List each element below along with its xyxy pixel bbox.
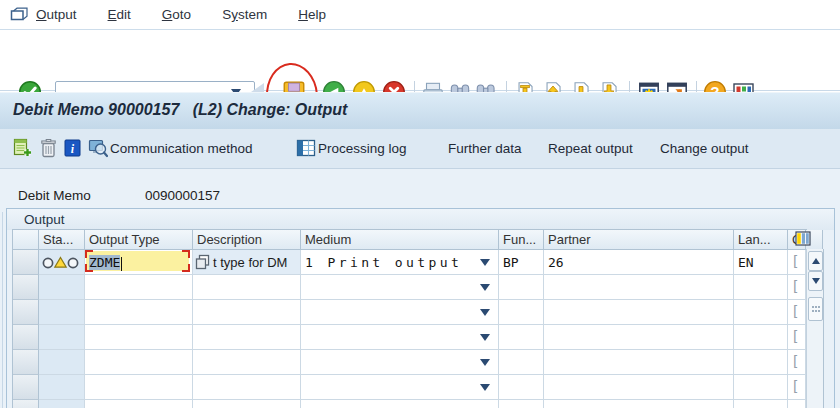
partner-cell[interactable] xyxy=(544,325,734,350)
menu-item-output[interactable]: Output xyxy=(36,7,77,22)
repeat-output-button[interactable]: Repeat output xyxy=(548,129,633,168)
medium-cell[interactable] xyxy=(301,325,499,350)
language-cell[interactable] xyxy=(734,375,788,400)
partner-cell[interactable] xyxy=(544,300,734,325)
row-selector[interactable] xyxy=(13,300,39,325)
scrollbar-thumb[interactable] xyxy=(808,297,823,321)
communication-method-button[interactable]: Communication method xyxy=(110,129,253,168)
status-cell xyxy=(39,375,85,400)
delete-line-icon[interactable] xyxy=(40,138,57,158)
language-cell[interactable] xyxy=(734,275,788,300)
partner-cell[interactable]: 26 xyxy=(544,250,734,275)
description-cell: t type for DM xyxy=(193,250,301,275)
column-header-output-type[interactable]: Output Type xyxy=(85,230,193,250)
output-type-cell[interactable] xyxy=(85,325,193,350)
clipped-cell xyxy=(788,325,806,350)
medium-cell[interactable] xyxy=(301,400,499,408)
language-cell[interactable] xyxy=(734,400,788,408)
clipped-cell xyxy=(788,350,806,375)
column-header-selector[interactable] xyxy=(13,230,39,250)
output-type-cell[interactable] xyxy=(85,375,193,400)
debit-memo-label: Debit Memo xyxy=(18,188,91,203)
function-cell[interactable] xyxy=(499,300,544,325)
menu-item-help[interactable]: Help xyxy=(298,7,326,22)
function-cell[interactable]: BP xyxy=(499,250,544,275)
menu-item-edit[interactable]: Edit xyxy=(108,7,131,22)
vertical-scrollbar[interactable] xyxy=(806,249,824,408)
application-toolbar: i Communication method Processing log Fu… xyxy=(0,129,840,169)
column-header-medium[interactable]: Medium xyxy=(301,230,499,250)
insert-line-icon[interactable] xyxy=(12,138,32,158)
menu-item-system[interactable]: System xyxy=(222,7,267,22)
column-header-partner[interactable]: Partner xyxy=(544,230,734,250)
processing-log-button[interactable]: Processing log xyxy=(318,129,407,168)
output-type-input[interactable]: ZDME xyxy=(86,251,189,271)
output-type-cell[interactable] xyxy=(85,350,193,375)
scroll-down-icon[interactable] xyxy=(808,271,823,291)
row-selector[interactable] xyxy=(13,350,39,375)
description-cell xyxy=(193,300,301,325)
medium-dropdown-icon[interactable] xyxy=(480,359,490,366)
scroll-up-icon[interactable] xyxy=(808,251,823,271)
partner-cell[interactable] xyxy=(544,400,734,408)
output-type-cell[interactable] xyxy=(85,400,193,408)
medium-dropdown-icon[interactable] xyxy=(480,259,490,266)
language-cell[interactable] xyxy=(734,300,788,325)
processing-log-icon[interactable] xyxy=(296,138,316,158)
column-header-description[interactable]: Description xyxy=(193,230,301,250)
overview-pages-icon[interactable] xyxy=(195,254,211,270)
language-value: EN xyxy=(738,255,754,270)
function-cell[interactable] xyxy=(499,275,544,300)
information-icon[interactable]: i xyxy=(64,138,81,158)
column-header-function[interactable]: Fun... xyxy=(499,230,544,250)
clipped-field-bracket xyxy=(791,278,799,294)
debit-memo-value: 0090000157 xyxy=(145,188,220,203)
medium-dropdown-icon[interactable] xyxy=(480,384,490,391)
change-output-button[interactable]: Change output xyxy=(660,129,749,168)
medium-dropdown-icon[interactable] xyxy=(480,284,490,291)
row-selector[interactable] xyxy=(13,275,39,300)
menu-bar: OutputEditGotoSystemHelp xyxy=(0,0,840,30)
menu-item-goto[interactable]: Goto xyxy=(162,7,191,22)
clipped-cell xyxy=(788,250,806,275)
medium-dropdown-icon[interactable] xyxy=(480,334,490,341)
output-type-cell[interactable] xyxy=(85,300,193,325)
function-value: BP xyxy=(503,255,519,270)
communication-method-icon[interactable] xyxy=(88,138,108,158)
output-type-cell[interactable] xyxy=(85,275,193,300)
status-cell xyxy=(39,400,85,408)
status-cell xyxy=(39,300,85,325)
clipped-cell xyxy=(788,300,806,325)
language-cell[interactable]: EN xyxy=(734,250,788,275)
medium-cell[interactable] xyxy=(301,350,499,375)
output-type-cell[interactable]: ZDME xyxy=(85,250,193,275)
partner-cell[interactable] xyxy=(544,275,734,300)
row-selector[interactable] xyxy=(13,375,39,400)
row-selector[interactable] xyxy=(13,400,39,408)
language-cell[interactable] xyxy=(734,325,788,350)
column-header-language[interactable]: Lan... xyxy=(734,230,788,250)
medium-cell[interactable] xyxy=(301,375,499,400)
partner-cell[interactable] xyxy=(544,350,734,375)
table-settings-icon[interactable] xyxy=(795,231,811,247)
language-cell[interactable] xyxy=(734,350,788,375)
clipped-field-bracket xyxy=(791,303,799,319)
function-cell[interactable] xyxy=(499,375,544,400)
medium-cell[interactable] xyxy=(301,275,499,300)
medium-cell[interactable] xyxy=(301,300,499,325)
row-selector[interactable] xyxy=(13,325,39,350)
column-header-status[interactable]: Sta... xyxy=(39,230,85,250)
row-selector[interactable] xyxy=(13,250,39,275)
function-cell[interactable] xyxy=(499,325,544,350)
clipped-cell xyxy=(788,400,806,408)
function-cell[interactable] xyxy=(499,350,544,375)
partner-cell[interactable] xyxy=(544,375,734,400)
further-data-button[interactable]: Further data xyxy=(448,129,522,168)
medium-dropdown-icon[interactable] xyxy=(480,309,490,316)
medium-cell[interactable]: 1 Print output xyxy=(301,250,499,275)
function-cell[interactable] xyxy=(499,400,544,408)
clipped-cell xyxy=(788,275,806,300)
partner-value: 26 xyxy=(548,255,564,270)
control-menu-icon[interactable] xyxy=(9,6,29,23)
text-caret xyxy=(121,257,122,271)
